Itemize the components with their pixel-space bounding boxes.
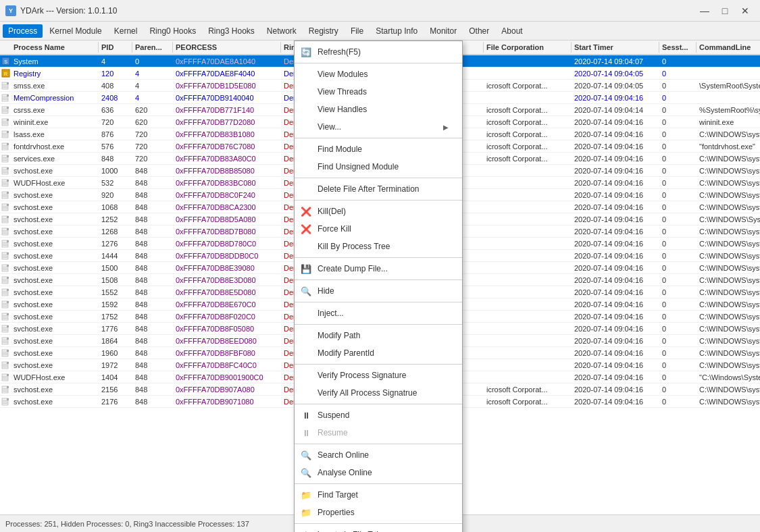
svg-rect-51 <box>2 194 8 194</box>
context-menu-item-find_target[interactable]: 📁Find Target <box>295 486 462 504</box>
table-cell: 0 <box>659 336 696 346</box>
table-cell: 0 <box>659 324 696 334</box>
context-menu-separator <box>295 257 462 258</box>
menu-item-kernel[interactable]: Kernel <box>109 24 143 38</box>
context-menu-item-kill_tree[interactable]: Kill By Process Tree <box>295 238 462 255</box>
context-menu-item-refresh[interactable]: 🔄Refresh(F5) <box>295 43 462 61</box>
table-cell: 0 <box>659 178 696 188</box>
context-menu-item-view[interactable]: View...▶ <box>295 118 462 136</box>
context-menu-item-inject[interactable]: Inject... <box>295 304 462 322</box>
table-cell: 2020-07-14 09:04:16 <box>572 263 659 273</box>
context-menu-item-suspend[interactable]: ⏸Suspend <box>295 406 462 424</box>
table-cell: 848 <box>132 361 173 370</box>
context-menu-item-hide[interactable]: 🔍Hide <box>295 282 462 300</box>
table-cell: 1592 <box>99 300 132 309</box>
context-menu-item-search_online[interactable]: 🔍Search Online <box>295 446 462 464</box>
table-cell: 720 <box>99 117 132 127</box>
table-cell: 2020-07-14 09:04:16 <box>572 166 659 176</box>
context-menu-item-modify_path[interactable]: Modify Path <box>295 327 462 344</box>
context-menu-item-view_threads[interactable]: View Threads <box>295 83 462 101</box>
svg-rect-46 <box>2 182 8 182</box>
table-cell: 4 <box>99 57 132 66</box>
table-cell: 848 <box>132 312 173 321</box>
table-cell: 848 <box>132 336 173 346</box>
table-cell: 0xFFFFA70DB8D5A080 <box>173 215 281 224</box>
table-cell: icrosoft Corporat... <box>484 154 572 163</box>
table-cell <box>484 267 572 269</box>
menu-item-ring0_hooks[interactable]: Ring0 Hooks <box>144 24 201 38</box>
table-cell: 620 <box>132 105 173 115</box>
context-menu-item-create_dump[interactable]: 💾Create Dump File... <box>295 260 462 277</box>
context-menu-icon: ⏸ <box>300 409 312 421</box>
menu-item-registry[interactable]: Registry <box>303 24 344 38</box>
table-cell: WUDFHost.exe <box>11 373 99 382</box>
context-menu-item-verify_all[interactable]: Verify All Process Signatrue <box>295 384 462 402</box>
table-cell: wininit.exe <box>11 117 99 127</box>
row-process-icon <box>0 80 11 91</box>
row-process-icon: S <box>0 56 11 67</box>
table-cell: icrosoft Corporat... <box>484 117 572 127</box>
maximize-button[interactable]: □ <box>715 3 734 18</box>
svg-rect-107 <box>2 329 8 329</box>
menu-item-file[interactable]: File <box>345 24 369 38</box>
table-cell: WUDFHost.exe <box>11 178 99 188</box>
close-button[interactable]: ✕ <box>736 3 755 18</box>
table-cell: System <box>11 57 99 66</box>
context-menu-item-find_module[interactable]: Find Module <box>295 140 462 158</box>
svg-rect-100 <box>7 313 9 315</box>
menu-item-monitor[interactable]: Monitor <box>424 24 462 38</box>
row-process-icon <box>0 396 11 407</box>
context-menu-item-analyse_online[interactable]: 🔍Analyse Online <box>295 464 462 481</box>
menu-item-ring3_hooks[interactable]: Ring3 Hooks <box>203 24 260 38</box>
menu-item-other[interactable]: Other <box>463 24 495 38</box>
svg-rect-96 <box>2 303 8 304</box>
context-menu-item-properties[interactable]: 📁Properties <box>295 504 462 521</box>
table-cell: 848 <box>132 263 173 273</box>
context-menu-item-view_modules[interactable]: View Modules <box>295 65 462 83</box>
context-menu-label: Kill By Process Tree <box>318 242 449 251</box>
table-cell <box>484 352 572 354</box>
menu-item-process[interactable]: Process <box>3 24 43 38</box>
svg-rect-78 <box>2 257 8 258</box>
context-menu-item-view_handles[interactable]: View Handles <box>295 101 462 118</box>
svg-rect-17 <box>2 110 8 111</box>
app-title: YDArk --- Version: 1.0.1.10 <box>20 6 117 16</box>
svg-rect-120 <box>7 362 9 364</box>
row-process-icon <box>0 263 11 273</box>
table-cell: svchost.exe <box>11 263 99 273</box>
svg-rect-127 <box>2 377 8 378</box>
table-cell: 0 <box>659 166 696 176</box>
context-menu-item-modify_parent[interactable]: Modify ParentId <box>295 344 462 362</box>
context-menu-item-force_kill[interactable]: ❌Force Kill <box>295 220 462 238</box>
minimize-button[interactable]: — <box>695 3 714 18</box>
table-cell: 0 <box>659 312 696 321</box>
context-menu-item-delete_file[interactable]: Delete File After Termination <box>295 180 462 198</box>
svg-rect-103 <box>2 318 8 319</box>
svg-rect-77 <box>2 256 8 257</box>
svg-rect-97 <box>2 304 8 305</box>
table-cell: C:\WINDOWS\system32\svc... <box>696 190 760 200</box>
table-cell <box>484 316 572 317</box>
menu-item-about[interactable]: About <box>496 24 528 38</box>
svg-rect-76 <box>2 255 8 255</box>
svg-rect-82 <box>2 268 8 269</box>
table-cell: 2020-07-14 09:04:16 <box>572 251 659 261</box>
menu-item-startup_info[interactable]: Startup Info <box>370 24 423 38</box>
table-cell: 0xFFFFA70DB8CA2300 <box>173 203 281 212</box>
table-cell: 1508 <box>99 275 132 285</box>
context-menu-item-kill[interactable]: ❌Kill(Del) <box>295 203 462 220</box>
row-process-icon <box>0 226 11 237</box>
row-process-icon <box>0 311 11 322</box>
context-menu-item-locate_file[interactable]: ⚙Locate in File Tab <box>295 526 462 532</box>
svg-rect-93 <box>2 294 8 294</box>
context-menu: 🔄Refresh(F5)View ModulesView ThreadsView… <box>294 41 463 532</box>
menu-item-kernel_module[interactable]: Kernel Module <box>44 24 107 38</box>
context-menu-item-find_unsigned[interactable]: Find Unsigned Module <box>295 158 462 176</box>
menu-item-network[interactable]: Network <box>261 24 302 38</box>
context-menu-item-verify_sig[interactable]: Verify Process Signature <box>295 367 462 384</box>
svg-rect-132 <box>2 390 8 390</box>
table-cell: 0 <box>659 81 696 90</box>
context-menu-separator <box>295 523 462 524</box>
svg-rect-20 <box>7 119 9 121</box>
row-process-icon <box>0 384 11 395</box>
